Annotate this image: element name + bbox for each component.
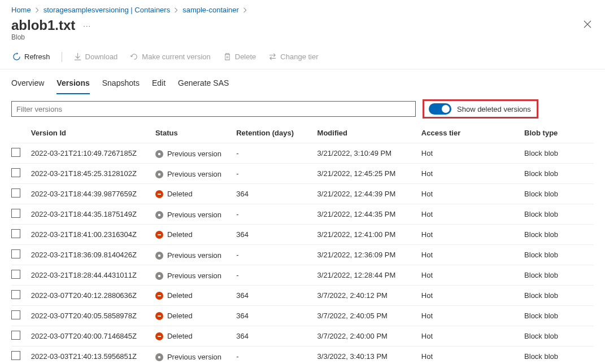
delete-label: Delete	[235, 52, 256, 61]
cell-tier: Hot	[421, 347, 524, 365]
cell-tier: Hot	[421, 326, 524, 347]
refresh-button[interactable]: Refresh	[11, 50, 51, 63]
col-retention[interactable]: Retention (days)	[236, 123, 317, 143]
table-row[interactable]: 2022-03-07T20:40:05.5858978ZDeleted3643/…	[11, 306, 594, 326]
row-checkbox[interactable]	[11, 270, 20, 279]
table-row[interactable]: 2022-03-21T18:44:39.9877659ZDeleted3643/…	[11, 184, 594, 204]
show-deleted-toggle-group: Show deleted versions	[423, 99, 538, 119]
make-current-button[interactable]: Make current version	[129, 50, 211, 63]
table-row[interactable]: 2022-03-21T18:41:00.2316304ZDeleted3643/…	[11, 225, 594, 245]
row-checkbox[interactable]	[11, 148, 20, 157]
cell-retention: 364	[236, 326, 317, 347]
breadcrumb-container[interactable]: sample-container	[182, 6, 239, 14]
toolbar-separator	[62, 52, 62, 62]
cell-version-id: 2022-03-07T20:40:12.2880636Z	[31, 286, 155, 306]
col-tier[interactable]: Access tier	[421, 123, 524, 143]
close-button[interactable]	[581, 18, 594, 33]
cell-tier: Hot	[421, 225, 524, 245]
more-actions-button[interactable]: ···	[83, 21, 91, 30]
previous-version-icon	[155, 150, 163, 158]
title-row: ablob1.txt ···	[0, 16, 605, 33]
cell-type: Block blob	[524, 225, 594, 245]
make-current-label: Make current version	[142, 52, 210, 61]
row-checkbox[interactable]	[11, 168, 20, 177]
cell-retention: -	[236, 245, 317, 265]
col-status[interactable]: Status	[155, 123, 236, 143]
cell-type: Block blob	[524, 184, 594, 204]
show-deleted-toggle[interactable]	[429, 103, 451, 115]
cell-status: Deleted	[155, 286, 236, 306]
cell-type: Block blob	[524, 143, 594, 164]
tab-overview[interactable]: Overview	[11, 76, 44, 94]
cell-retention: 364	[236, 306, 317, 326]
col-version-id[interactable]: Version Id	[31, 123, 155, 143]
row-checkbox[interactable]	[11, 310, 20, 319]
row-checkbox[interactable]	[11, 331, 20, 340]
cell-version-id: 2022-03-21T18:41:00.2316304Z	[31, 225, 155, 245]
table-row[interactable]: 2022-03-21T18:45:25.3128102ZPrevious ver…	[11, 164, 594, 184]
deleted-icon	[155, 231, 163, 239]
tab-snapshots[interactable]: Snapshots	[102, 76, 140, 94]
cell-retention: -	[236, 204, 317, 225]
page-subtitle: Blob	[0, 33, 605, 47]
cell-version-id: 2022-03-21T18:36:09.8140426Z	[31, 245, 155, 265]
cell-tier: Hot	[421, 286, 524, 306]
previous-version-icon	[155, 353, 163, 361]
svg-rect-1	[158, 234, 161, 235]
cell-type: Block blob	[524, 245, 594, 265]
cell-modified: 3/7/2022, 2:40:05 PM	[317, 306, 421, 326]
cell-modified: 3/21/2022, 12:28:44 PM	[317, 265, 421, 286]
previous-version-icon	[155, 272, 163, 280]
table-row[interactable]: 2022-03-21T21:10:49.7267185ZPrevious ver…	[11, 143, 594, 164]
svg-rect-0	[158, 194, 161, 195]
cell-type: Block blob	[524, 286, 594, 306]
table-row[interactable]: 2022-03-07T20:40:12.2880636ZDeleted3643/…	[11, 286, 594, 306]
chevron-right-icon	[174, 7, 179, 13]
filter-versions-input[interactable]	[11, 101, 416, 117]
row-checkbox[interactable]	[11, 351, 20, 360]
delete-button[interactable]: Delete	[222, 50, 258, 63]
table-row[interactable]: 2022-03-21T18:44:35.1875149ZPrevious ver…	[11, 204, 594, 225]
status-label: Previous version	[167, 251, 221, 260]
cell-tier: Hot	[421, 306, 524, 326]
cell-status: Previous version	[155, 245, 236, 265]
make-current-icon	[130, 52, 138, 61]
cell-version-id: 2022-03-03T21:40:13.5956851Z	[31, 347, 155, 365]
change-tier-icon	[268, 52, 277, 61]
col-type[interactable]: Blob type	[524, 123, 594, 143]
table-row[interactable]: 2022-03-03T21:40:13.5956851ZPrevious ver…	[11, 347, 594, 365]
cell-version-id: 2022-03-07T20:40:00.7146845Z	[31, 326, 155, 347]
table-row[interactable]: 2022-03-21T18:36:09.8140426ZPrevious ver…	[11, 245, 594, 265]
breadcrumb-storage[interactable]: storagesamplesversioning | Containers	[43, 6, 171, 14]
download-button[interactable]: Download	[72, 50, 119, 63]
deleted-icon	[155, 312, 163, 320]
breadcrumb-home[interactable]: Home	[11, 6, 31, 14]
row-checkbox[interactable]	[11, 188, 20, 198]
cell-tier: Hot	[421, 184, 524, 204]
row-checkbox[interactable]	[11, 229, 20, 238]
change-tier-button[interactable]: Change tier	[267, 50, 319, 63]
table-row[interactable]: 2022-03-07T20:40:00.7146845ZDeleted3643/…	[11, 326, 594, 347]
cell-status: Deleted	[155, 184, 236, 204]
col-modified[interactable]: Modified	[317, 123, 421, 143]
table-row[interactable]: 2022-03-21T18:28:44.4431011ZPrevious ver…	[11, 265, 594, 286]
row-checkbox[interactable]	[11, 209, 20, 218]
deleted-icon	[155, 190, 163, 198]
tab-versions[interactable]: Versions	[56, 76, 89, 94]
cell-retention: 364	[236, 286, 317, 306]
row-checkbox[interactable]	[11, 249, 20, 258]
refresh-icon	[12, 52, 21, 61]
cell-status: Previous version	[155, 164, 236, 184]
cell-status: Deleted	[155, 326, 236, 347]
change-tier-label: Change tier	[280, 52, 318, 61]
tab-generate-sas[interactable]: Generate SAS	[178, 76, 229, 94]
table-header-row: Version Id Status Retention (days) Modif…	[11, 123, 594, 143]
row-checkbox[interactable]	[11, 290, 20, 299]
cell-retention: -	[236, 143, 317, 164]
cell-status: Previous version	[155, 204, 236, 225]
svg-rect-2	[158, 295, 161, 296]
status-label: Deleted	[167, 332, 193, 340]
tab-edit[interactable]: Edit	[152, 76, 166, 94]
deleted-icon	[155, 332, 163, 340]
cell-version-id: 2022-03-21T18:44:35.1875149Z	[31, 204, 155, 225]
